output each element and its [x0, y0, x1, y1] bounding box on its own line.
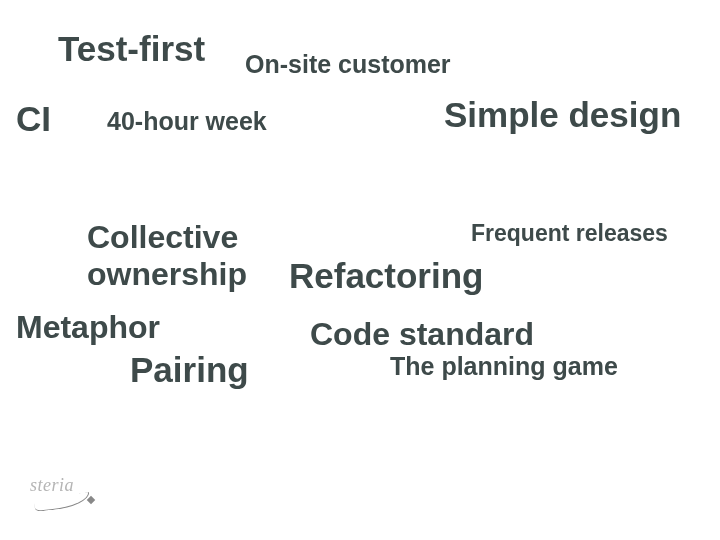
term-metaphor: Metaphor	[16, 309, 160, 346]
logo: steria	[30, 475, 115, 505]
logo-swoosh-icon	[33, 492, 90, 512]
term-code-standard: Code standard	[310, 316, 534, 353]
term-collective-ownership: Collective ownership	[87, 219, 247, 293]
term-40-hour-week: 40-hour week	[107, 107, 267, 136]
term-pairing: Pairing	[130, 350, 249, 390]
term-on-site-customer: On-site customer	[245, 50, 451, 79]
term-planning-game: The planning game	[390, 352, 618, 381]
term-frequent-releases: Frequent releases	[471, 220, 668, 247]
term-simple-design: Simple design	[444, 95, 681, 135]
logo-text: steria	[30, 475, 74, 495]
term-collective-ownership-line1: Collective	[87, 219, 238, 255]
term-collective-ownership-line2: ownership	[87, 256, 247, 292]
logo-arrow-icon	[87, 496, 95, 504]
term-test-first: Test-first	[58, 29, 205, 69]
term-ci: CI	[16, 99, 51, 139]
term-refactoring: Refactoring	[289, 256, 483, 296]
